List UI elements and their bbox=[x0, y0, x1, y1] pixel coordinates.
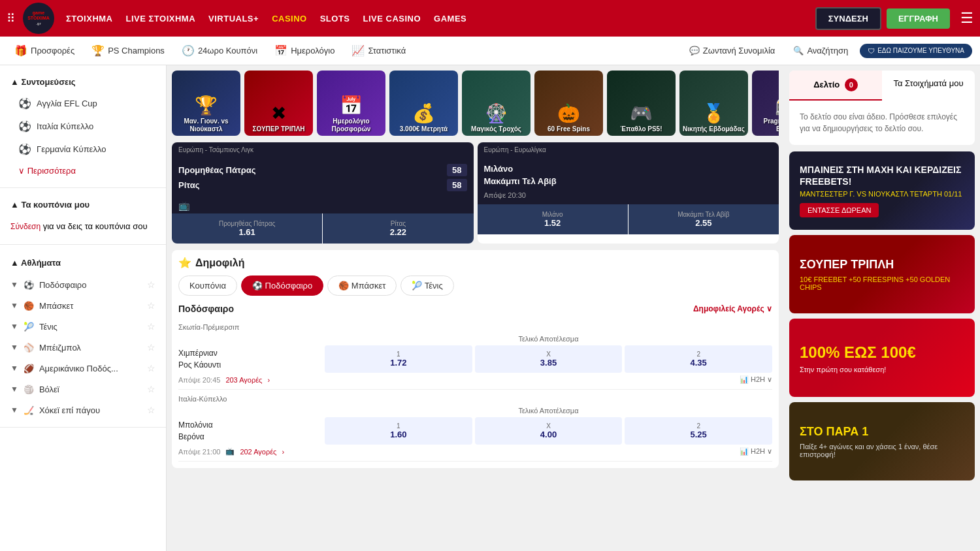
live-chat-button[interactable]: 💬 Ζωντανή Συνομιλία bbox=[683, 42, 782, 59]
tab-soccer-icon: ⚽ bbox=[252, 281, 263, 291]
promo-card-6[interactable]: 🎮 Έπαθλο PS5! bbox=[607, 71, 676, 136]
match-card-1-teams: Μιλάνο Μακάμπι Τελ Αβίβ Απόψε 20:30 bbox=[478, 157, 779, 204]
sec-nav-calendar[interactable]: 📅 Ημερολόγιο bbox=[268, 40, 341, 61]
tab-basketball[interactable]: 🏀 Μπάσκετ bbox=[327, 276, 397, 296]
sport-row-basketball[interactable]: ▼ 🏀 Μπάσκετ ☆ bbox=[0, 295, 166, 316]
logo[interactable]: gameSTOIXIMA.gr bbox=[23, 3, 54, 34]
sport-row-soccer[interactable]: ▼ ⚽ Ποδόσφαιρο ☆ bbox=[0, 274, 166, 295]
promo-banner-0[interactable]: ΜΠΑΙΝΕΙΣ ΣΤΗ ΜΑΧΗ ΚΑΙ ΚΕΡΔΙΖΕΙΣ FREEBETS… bbox=[789, 151, 975, 230]
my-coupons-header[interactable]: ▲ Τα κουπόνια μου bbox=[0, 195, 166, 215]
betslip-tab-my-bets[interactable]: Τα Στοιχήματά μου bbox=[882, 71, 975, 101]
score-0-1: 58 bbox=[447, 179, 466, 191]
odd-0-2[interactable]: 2 4.35 bbox=[625, 345, 772, 373]
sport-row-hockey[interactable]: ▼ 🏒 Χόκεϊ επί πάγου ☆ bbox=[0, 400, 166, 420]
odd-btn-0-1[interactable]: Ρίτας 2.22 bbox=[323, 213, 473, 244]
athletics-header[interactable]: ▲ Αθλήματα bbox=[0, 251, 166, 274]
grid-icon[interactable]: ⠿ bbox=[7, 11, 15, 25]
shortcuts-more[interactable]: ∨ Περισσότερα bbox=[0, 161, 166, 181]
sidebar-item-germany-cup[interactable]: ⚽ Γερμανία Κύπελλο bbox=[0, 138, 166, 161]
tab-coupons[interactable]: Κουπόνια bbox=[178, 276, 237, 296]
nav-virtuals[interactable]: VIRTUALS+ bbox=[208, 14, 259, 24]
star-icon-soccer[interactable]: ☆ bbox=[147, 279, 155, 290]
star-icon-baseball[interactable]: ☆ bbox=[147, 342, 155, 353]
promo-banner-3[interactable]: ΣΤΟ ΠΑΡΑ 1 Παίξε 4+ αγώνες και αν χάσεις… bbox=[789, 402, 975, 480]
markets-arrow-1[interactable]: › bbox=[282, 448, 284, 456]
star-icon-tennis[interactable]: ☆ bbox=[147, 321, 155, 332]
promo-banner-1[interactable]: ΣΟΥΠΕΡ ΤΡΙΠΛΗ 10€ FREEBET +50 FREESPINS … bbox=[789, 235, 975, 313]
tab-soccer[interactable]: ⚽ Ποδόσφαιρο bbox=[241, 276, 323, 296]
h2h-link-0[interactable]: 📊 H2H ∨ bbox=[740, 375, 772, 384]
more-markets-1[interactable]: 202 Αγορές bbox=[240, 448, 276, 456]
promo-card-5[interactable]: 🎃 60 Free Spins bbox=[534, 71, 603, 136]
star-icon-hockey[interactable]: ☆ bbox=[147, 405, 155, 415]
promo-icon-0: 🏆 bbox=[195, 95, 218, 116]
sport-row-tennis[interactable]: ▼ 🎾 Τένις ☆ bbox=[0, 316, 166, 337]
match-meta-0: Απόψε 20:45 203 Αγορές › 📊 H2H ∨ bbox=[178, 375, 772, 384]
odd-0-1[interactable]: Χ 3.85 bbox=[475, 345, 623, 373]
banner-sub-3: Παίξε 4+ αγώνες και αν χάσεις 1 έναν, θέ… bbox=[800, 443, 964, 458]
soccer-icon-2: ⚽ bbox=[18, 120, 31, 133]
nav-stoixima[interactable]: ΣΤΟΙΧΗΜΑ bbox=[66, 14, 113, 24]
odd-btn-1-0[interactable]: Μιλάνο 1.52 bbox=[478, 204, 628, 234]
chevron-icon-3: ▼ bbox=[10, 322, 18, 331]
search-button[interactable]: 🔍 Αναζήτηση bbox=[787, 42, 855, 59]
sport-row-volleyball[interactable]: ▼ 🏐 Βόλεϊ ☆ bbox=[0, 379, 166, 400]
promo-card-2[interactable]: 📅 Ημερολόγιο Προσφορών bbox=[317, 71, 385, 136]
promo-banner-2[interactable]: 100% ΕΩΣ 100€ Στην πρώτη σου κατάθεση! bbox=[789, 319, 975, 397]
promo-icon-4: 🎡 bbox=[485, 102, 508, 124]
promo-card-7[interactable]: 🏅 Νικητής Εβδομάδας bbox=[679, 71, 748, 136]
nav-slots[interactable]: SLOTS bbox=[320, 14, 350, 24]
hamburger-icon[interactable]: ☰ bbox=[960, 10, 973, 27]
sec-nav-right: 💬 Ζωντανή Συνομιλία 🔍 Αναζήτηση 🛡 ΕΔΩ ΠΑ… bbox=[683, 42, 972, 59]
chevron-icon-6: ▼ bbox=[10, 385, 18, 394]
sec-nav-ps-champions[interactable]: 🏆 PS Champions bbox=[85, 40, 171, 61]
shortcuts-header[interactable]: ▲ Συντομεύσεις bbox=[0, 72, 166, 92]
login-button[interactable]: ΣΥΝΔΕΣΗ bbox=[815, 7, 881, 30]
promo-icon-8: 🎰 bbox=[775, 95, 779, 116]
nav-live[interactable]: LIVE ΣΤΟΙΧΗΜΑ bbox=[126, 14, 196, 24]
markets-arrow-0[interactable]: › bbox=[267, 376, 270, 384]
sidebar-item-england-efl[interactable]: ⚽ Αγγλία EFL Cup bbox=[0, 92, 166, 115]
shortcuts-section: ▲ Συντομεύσεις ⚽ Αγγλία EFL Cup ⚽ Ιταλία… bbox=[0, 65, 166, 188]
betslip-tab-slip[interactable]: Δελτίο 0 bbox=[789, 71, 882, 101]
promo-card-4[interactable]: 🎡 Μαγικός Τροχός bbox=[462, 71, 531, 136]
tab-tennis[interactable]: 🎾 Τένις bbox=[400, 276, 453, 296]
register-button[interactable]: ΕΓΓΡΑΦΗ bbox=[887, 8, 950, 29]
odd-btn-1-1[interactable]: Μακάμπι Τελ Αβίβ 2.55 bbox=[629, 204, 779, 234]
promo-card-8[interactable]: 🎰 Pragmatic Buy Bonus bbox=[752, 71, 779, 136]
more-markets-0[interactable]: 203 Αγορές bbox=[225, 376, 262, 384]
sidebar-item-italy-cup[interactable]: ⚽ Ιταλία Κύπελλο bbox=[0, 115, 166, 138]
nav-casino[interactable]: CASINO bbox=[272, 14, 307, 24]
star-icon-basketball[interactable]: ☆ bbox=[147, 300, 155, 311]
nav-live-casino[interactable]: LIVE CASINO bbox=[363, 14, 421, 24]
sidebar: ▲ Συντομεύσεις ⚽ Αγγλία EFL Cup ⚽ Ιταλία… bbox=[0, 65, 167, 551]
odd-1-1[interactable]: Χ 4.00 bbox=[475, 417, 623, 445]
search-icon: 🔍 bbox=[793, 46, 804, 55]
odd-0-0[interactable]: 1 1.72 bbox=[325, 345, 472, 373]
sec-nav-offers[interactable]: 🎁 Προσφορές bbox=[8, 40, 81, 61]
star-icon-american-football[interactable]: ☆ bbox=[147, 363, 155, 373]
odd-1-2[interactable]: 2 5.25 bbox=[625, 417, 772, 445]
star-icon-volleyball[interactable]: ☆ bbox=[147, 384, 155, 394]
popular-markets-link[interactable]: Δημοφιλείς Αγορές ∨ bbox=[693, 304, 772, 313]
promo-card-0[interactable]: 🏆 Μαν. Γιουν. vs Νιούκαστλ bbox=[172, 71, 240, 136]
promo-card-1[interactable]: ✖ ΣΟΥΠΕΡ ΤΡΙΠΛΗ bbox=[244, 71, 313, 136]
banner-btn-0[interactable]: ΕΝΤΑΣΣΕ ΔΩΡΕΑΝ bbox=[800, 203, 879, 217]
coupons-login-link[interactable]: Σύνδεση bbox=[10, 222, 41, 231]
sec-nav-24coupon[interactable]: 🕐 24ωρο Κουπόνι bbox=[175, 40, 264, 61]
sec-nav-stats[interactable]: 📈 Στατιστικά bbox=[345, 40, 412, 61]
baseball-icon: ⚾ bbox=[24, 343, 34, 353]
responsible-gambling-button[interactable]: 🛡 ΕΔΩ ΠΑΙΖΟΥΜΕ ΥΠΕΥΘΥΝΑ bbox=[860, 44, 972, 58]
promo-card-3[interactable]: 💰 3.000€ Μετρητά bbox=[389, 71, 458, 136]
main-layout: ▲ Συντομεύσεις ⚽ Αγγλία EFL Cup ⚽ Ιταλία… bbox=[0, 65, 980, 551]
h2h-link-1[interactable]: 📊 H2H ∨ bbox=[740, 447, 772, 456]
odd-btn-0-0[interactable]: Προμηθέας Πάτρας 1.61 bbox=[172, 213, 322, 244]
clock-icon: 🕐 bbox=[182, 44, 195, 57]
odd-1-0[interactable]: 1 1.60 bbox=[325, 417, 472, 445]
promo-title-4: Μαγικός Τροχός bbox=[471, 125, 521, 133]
sport-row-american-football[interactable]: ▼ 🏈 Αμερικάνικο Ποδός... ☆ bbox=[0, 358, 166, 379]
nav-games[interactable]: GAMES bbox=[434, 14, 466, 24]
sport-row-baseball[interactable]: ▼ ⚾ Μπέιζμπολ ☆ bbox=[0, 337, 166, 358]
chevron-icon-5: ▼ bbox=[10, 364, 18, 373]
basketball-icon: 🏀 bbox=[24, 301, 34, 311]
